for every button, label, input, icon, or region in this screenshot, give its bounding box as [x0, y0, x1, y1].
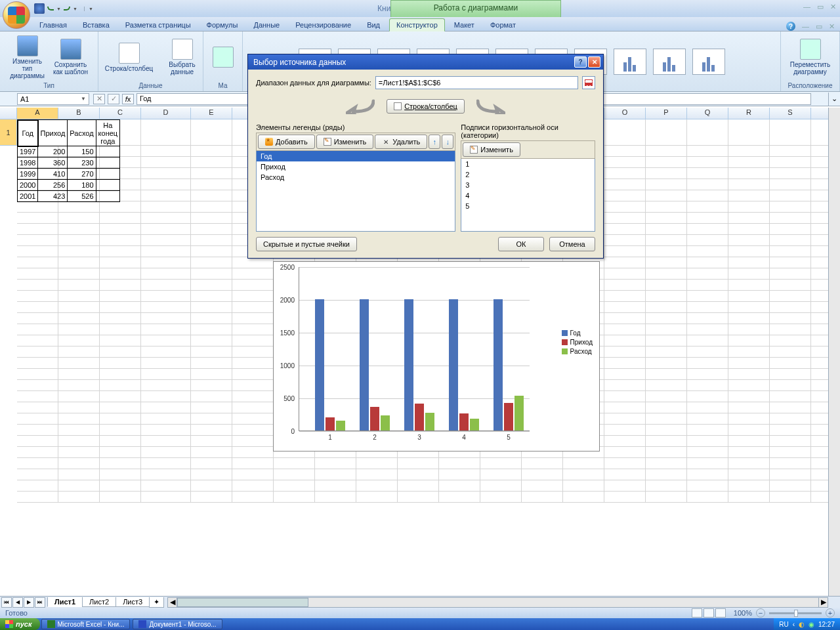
name-box[interactable]: A1 ▼	[17, 93, 89, 105]
chart-style-thumb[interactable]	[692, 49, 725, 75]
column-header[interactable]: R	[728, 108, 770, 119]
cell-c4[interactable]: 270	[68, 169, 96, 180]
sheet-nav-last[interactable]: ⏭	[35, 597, 45, 608]
expand-formula-bar-icon[interactable]: ⌄	[828, 93, 840, 106]
tab-page-layout[interactable]: Разметка страницы	[119, 19, 198, 31]
restore-icon[interactable]: ▭	[817, 3, 824, 11]
cell-b5[interactable]: 256	[38, 180, 68, 191]
embedded-chart[interactable]: 0500100015002000250012345 Год Приход Рас…	[273, 261, 600, 452]
tray-icon[interactable]: ◉	[808, 621, 814, 628]
dialog-close-button[interactable]: ✕	[588, 56, 600, 68]
move-down-button[interactable]: ↓	[442, 135, 453, 149]
column-header[interactable]: O	[604, 108, 646, 119]
collapse-range-button[interactable]	[582, 76, 595, 89]
tab-review[interactable]: Рецензирование	[289, 19, 358, 31]
category-list-item[interactable]: 2	[461, 169, 595, 180]
horizontal-scrollbar[interactable]: ◀▶	[167, 597, 828, 608]
sheet-nav-first[interactable]: ⏮	[1, 597, 12, 608]
tab-format[interactable]: Формат	[484, 19, 522, 31]
sheet-tab-1[interactable]: Лист1	[47, 597, 83, 607]
cell-a4[interactable]: 1999	[18, 169, 38, 180]
cell-b2[interactable]: 200	[38, 146, 68, 158]
cell-c1[interactable]: Расход	[68, 120, 96, 146]
chart-layouts-gallery[interactable]	[203, 47, 243, 68]
cell-d2[interactable]	[96, 146, 120, 158]
redo-dropdown[interactable]: ▼	[73, 7, 77, 11]
move-up-button[interactable]: ↑	[429, 135, 440, 149]
category-list-item[interactable]: 4	[461, 190, 595, 201]
language-indicator[interactable]: RU	[779, 621, 788, 628]
cell-c5[interactable]: 180	[68, 180, 96, 191]
switch-row-column-button[interactable]: Строка/столбец	[100, 43, 159, 72]
cell-d5[interactable]	[96, 180, 120, 191]
edit-axis-labels-button[interactable]: Изменить	[463, 142, 520, 157]
taskbar-item-word[interactable]: Документ1 - Microso...	[133, 619, 222, 629]
undo-icon[interactable]	[47, 7, 54, 10]
chart-legend[interactable]: Год Приход Расход	[562, 327, 593, 357]
column-header[interactable]: C	[100, 108, 141, 119]
name-box-dropdown-icon[interactable]: ▼	[81, 96, 86, 102]
category-list-item[interactable]: 5	[461, 201, 595, 211]
office-button[interactable]	[3, 1, 30, 29]
chart-style-thumb[interactable]	[653, 49, 686, 75]
column-header[interactable]: D	[141, 108, 191, 119]
close-icon[interactable]: ✕	[830, 3, 836, 11]
cell-a3[interactable]: 1998	[18, 158, 38, 169]
series-list-item[interactable]: Расход	[257, 172, 455, 182]
select-data-button[interactable]: Выбрать данные	[163, 39, 202, 75]
save-template-button[interactable]: Сохранить как шаблон	[51, 39, 91, 75]
series-list[interactable]: Год Приход Расход	[256, 151, 455, 232]
tab-design[interactable]: Конструктор	[389, 18, 445, 32]
hidden-cells-button[interactable]: Скрытые и пустые ячейки	[256, 237, 357, 251]
save-icon[interactable]	[34, 3, 45, 14]
tab-insert[interactable]: Вставка	[76, 19, 116, 31]
categories-list[interactable]: 1 2 3 4 5	[461, 159, 595, 232]
clock[interactable]: 12:27	[818, 621, 835, 628]
dialog-titlebar[interactable]: Выбор источника данных ? ✕	[248, 54, 603, 70]
taskbar-item-excel[interactable]: Microsoft Excel - Кни...	[41, 619, 131, 629]
cell-d6[interactable]	[96, 191, 120, 202]
tab-view[interactable]: Вид	[360, 19, 387, 31]
chart-style-thumb[interactable]	[614, 49, 646, 75]
normal-view-button[interactable]	[692, 608, 702, 618]
edit-series-button[interactable]: Изменить	[316, 135, 374, 149]
column-header[interactable]: P	[646, 108, 687, 119]
move-chart-button[interactable]: Переместить диаграмму	[784, 39, 837, 75]
ribbon-restore-icon[interactable]: ▭	[816, 22, 822, 31]
cell-a6[interactable]: 2001	[18, 191, 38, 202]
tray-icon[interactable]: ◐	[799, 621, 805, 628]
help-icon[interactable]: ?	[786, 22, 795, 31]
ok-button[interactable]: ОК	[498, 237, 544, 251]
chart-range-input[interactable]	[375, 76, 578, 89]
cancel-edit-icon[interactable]: ✕	[93, 94, 105, 104]
sheet-tab-3[interactable]: Лист3	[116, 597, 150, 607]
cell-a1[interactable]: Год	[18, 120, 38, 146]
add-series-button[interactable]: Добавить	[258, 135, 315, 149]
zoom-slider[interactable]	[769, 612, 822, 614]
qat-customize-dropdown[interactable]: ▼	[84, 7, 93, 11]
minimize-icon[interactable]: —	[803, 3, 810, 11]
tab-chart-layout[interactable]: Макет	[448, 19, 481, 31]
fx-button[interactable]: fx	[122, 94, 134, 104]
cell-a2[interactable]: 1997	[18, 146, 38, 158]
category-list-item[interactable]: 1	[461, 159, 595, 169]
column-header[interactable]: A	[17, 108, 58, 119]
dialog-help-button[interactable]: ?	[574, 56, 587, 68]
cell-a5[interactable]: 2000	[18, 180, 38, 191]
tray-icon[interactable]: ‹	[793, 621, 795, 628]
start-button[interactable]: пуск	[0, 618, 40, 630]
cell-d3[interactable]	[96, 158, 120, 169]
cell-b1[interactable]: Приход	[38, 120, 68, 146]
column-header[interactable]: B	[58, 108, 100, 119]
cell-b3[interactable]: 360	[38, 158, 68, 169]
sheet-nav-prev[interactable]: ◀	[12, 597, 23, 608]
ribbon-close-icon[interactable]: ✕	[829, 22, 835, 31]
cell-b6[interactable]: 423	[38, 191, 68, 202]
category-list-item[interactable]: 3	[461, 180, 595, 190]
zoom-in-button[interactable]: +	[826, 608, 835, 618]
cell-b4[interactable]: 410	[38, 169, 68, 180]
vertical-scrollbar[interactable]	[828, 108, 840, 596]
zoom-out-button[interactable]: −	[756, 608, 765, 618]
sheet-nav-next[interactable]: ▶	[24, 597, 34, 608]
plot-area[interactable]: 0500100015002000250012345	[299, 267, 530, 431]
